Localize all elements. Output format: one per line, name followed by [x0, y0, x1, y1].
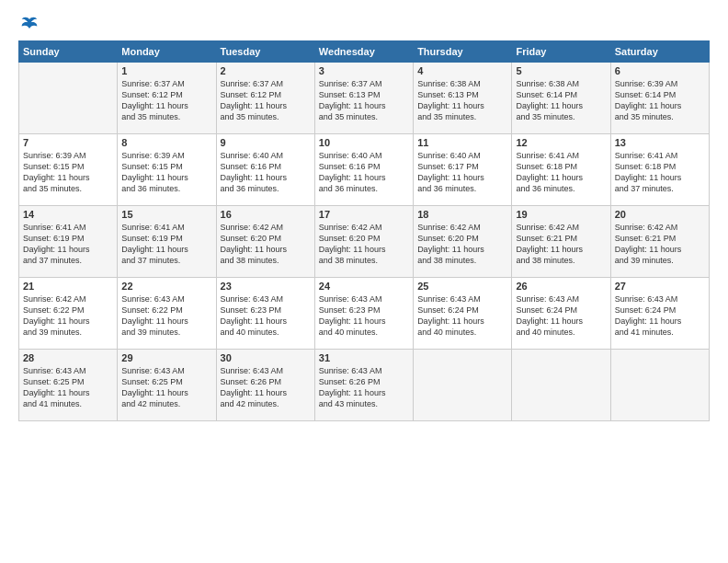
calendar-cell: 28Sunrise: 6:43 AM Sunset: 6:25 PM Dayli…	[19, 350, 118, 421]
day-number: 15	[121, 209, 211, 220]
cell-info: Sunrise: 6:42 AM Sunset: 6:20 PM Dayligh…	[417, 222, 507, 267]
day-number: 30	[221, 352, 311, 363]
day-number: 27	[615, 281, 705, 292]
logo-bird-icon	[20, 15, 39, 33]
header-row: SundayMondayTuesdayWednesdayThursdayFrid…	[19, 41, 710, 63]
calendar-cell	[512, 350, 610, 421]
week-row-4: 21Sunrise: 6:42 AM Sunset: 6:22 PM Dayli…	[19, 278, 710, 350]
header-day-wednesday: Wednesday	[314, 41, 413, 63]
day-number: 12	[516, 137, 606, 148]
day-number: 20	[615, 209, 705, 220]
cell-info: Sunrise: 6:43 AM Sunset: 6:23 PM Dayligh…	[319, 293, 409, 339]
calendar-cell: 31Sunrise: 6:43 AM Sunset: 6:26 PM Dayli…	[314, 350, 413, 421]
day-number: 29	[121, 352, 211, 363]
calendar-cell: 25Sunrise: 6:43 AM Sunset: 6:24 PM Dayli…	[414, 278, 512, 350]
cell-info: Sunrise: 6:41 AM Sunset: 6:18 PM Dayligh…	[516, 150, 606, 195]
cell-info: Sunrise: 6:40 AM Sunset: 6:17 PM Dayligh…	[417, 150, 507, 195]
day-number: 31	[319, 352, 409, 363]
cell-info: Sunrise: 6:41 AM Sunset: 6:19 PM Dayligh…	[121, 222, 211, 267]
cell-info: Sunrise: 6:39 AM Sunset: 6:15 PM Dayligh…	[121, 150, 211, 195]
calendar-cell: 3Sunrise: 6:37 AM Sunset: 6:13 PM Daylig…	[314, 63, 413, 134]
cell-info: Sunrise: 6:43 AM Sunset: 6:22 PM Dayligh…	[121, 293, 211, 339]
calendar-cell: 23Sunrise: 6:43 AM Sunset: 6:23 PM Dayli…	[216, 278, 314, 350]
week-row-3: 14Sunrise: 6:41 AM Sunset: 6:19 PM Dayli…	[19, 206, 710, 278]
header-day-saturday: Saturday	[610, 41, 709, 63]
header-day-friday: Friday	[512, 41, 610, 63]
calendar-cell: 16Sunrise: 6:42 AM Sunset: 6:20 PM Dayli…	[216, 206, 314, 278]
header	[18, 15, 710, 33]
logo	[18, 15, 39, 33]
cell-info: Sunrise: 6:43 AM Sunset: 6:24 PM Dayligh…	[615, 293, 705, 339]
cell-info: Sunrise: 6:41 AM Sunset: 6:18 PM Dayligh…	[615, 150, 705, 195]
header-day-monday: Monday	[118, 41, 216, 63]
cell-info: Sunrise: 6:37 AM Sunset: 6:13 PM Dayligh…	[319, 78, 409, 123]
page: SundayMondayTuesdayWednesdayThursdayFrid…	[0, 0, 728, 563]
day-number: 9	[221, 137, 311, 148]
day-number: 11	[417, 137, 507, 148]
day-number: 10	[319, 137, 409, 148]
cell-info: Sunrise: 6:43 AM Sunset: 6:25 PM Dayligh…	[23, 365, 113, 410]
calendar-cell: 29Sunrise: 6:43 AM Sunset: 6:25 PM Dayli…	[118, 350, 216, 421]
day-number: 3	[319, 65, 409, 76]
day-number: 28	[23, 352, 113, 363]
calendar-cell: 18Sunrise: 6:42 AM Sunset: 6:20 PM Dayli…	[414, 206, 512, 278]
calendar-cell: 15Sunrise: 6:41 AM Sunset: 6:19 PM Dayli…	[118, 206, 216, 278]
calendar-cell: 12Sunrise: 6:41 AM Sunset: 6:18 PM Dayli…	[512, 134, 610, 206]
cell-info: Sunrise: 6:41 AM Sunset: 6:19 PM Dayligh…	[23, 222, 113, 267]
day-number: 2	[221, 65, 311, 76]
day-number: 16	[221, 209, 311, 220]
cell-info: Sunrise: 6:42 AM Sunset: 6:21 PM Dayligh…	[516, 222, 606, 267]
day-number: 23	[221, 281, 311, 292]
day-number: 14	[23, 209, 113, 220]
calendar-table: SundayMondayTuesdayWednesdayThursdayFrid…	[18, 40, 710, 421]
calendar-cell: 2Sunrise: 6:37 AM Sunset: 6:12 PM Daylig…	[216, 63, 314, 134]
day-number: 22	[121, 281, 211, 292]
week-row-1: 1Sunrise: 6:37 AM Sunset: 6:12 PM Daylig…	[19, 63, 710, 134]
day-number: 6	[615, 65, 705, 76]
calendar-cell: 17Sunrise: 6:42 AM Sunset: 6:20 PM Dayli…	[314, 206, 413, 278]
calendar-cell: 11Sunrise: 6:40 AM Sunset: 6:17 PM Dayli…	[414, 134, 512, 206]
calendar-cell: 30Sunrise: 6:43 AM Sunset: 6:26 PM Dayli…	[216, 350, 314, 421]
cell-info: Sunrise: 6:40 AM Sunset: 6:16 PM Dayligh…	[319, 150, 409, 195]
calendar-cell: 14Sunrise: 6:41 AM Sunset: 6:19 PM Dayli…	[19, 206, 118, 278]
day-number: 4	[417, 65, 507, 76]
calendar-cell	[610, 350, 709, 421]
day-number: 18	[417, 209, 507, 220]
cell-info: Sunrise: 6:43 AM Sunset: 6:24 PM Dayligh…	[417, 293, 507, 339]
day-number: 19	[516, 209, 606, 220]
header-day-tuesday: Tuesday	[216, 41, 314, 63]
calendar-cell: 9Sunrise: 6:40 AM Sunset: 6:16 PM Daylig…	[216, 134, 314, 206]
day-number: 1	[121, 65, 211, 76]
cell-info: Sunrise: 6:39 AM Sunset: 6:15 PM Dayligh…	[23, 150, 113, 195]
day-number: 5	[516, 65, 606, 76]
calendar-cell: 13Sunrise: 6:41 AM Sunset: 6:18 PM Dayli…	[610, 134, 709, 206]
day-number: 26	[516, 281, 606, 292]
calendar-cell	[414, 350, 512, 421]
day-number: 17	[319, 209, 409, 220]
day-number: 7	[23, 137, 113, 148]
day-number: 25	[417, 281, 507, 292]
cell-info: Sunrise: 6:43 AM Sunset: 6:25 PM Dayligh…	[121, 365, 211, 410]
cell-info: Sunrise: 6:38 AM Sunset: 6:13 PM Dayligh…	[417, 78, 507, 123]
calendar-cell: 22Sunrise: 6:43 AM Sunset: 6:22 PM Dayli…	[118, 278, 216, 350]
cell-info: Sunrise: 6:38 AM Sunset: 6:14 PM Dayligh…	[516, 78, 606, 123]
day-number: 24	[319, 281, 409, 292]
calendar-cell: 6Sunrise: 6:39 AM Sunset: 6:14 PM Daylig…	[610, 63, 709, 134]
calendar-cell: 20Sunrise: 6:42 AM Sunset: 6:21 PM Dayli…	[610, 206, 709, 278]
cell-info: Sunrise: 6:42 AM Sunset: 6:22 PM Dayligh…	[23, 293, 113, 339]
cell-info: Sunrise: 6:43 AM Sunset: 6:24 PM Dayligh…	[516, 293, 606, 339]
calendar-cell: 10Sunrise: 6:40 AM Sunset: 6:16 PM Dayli…	[314, 134, 413, 206]
day-number: 8	[121, 137, 211, 148]
day-number: 13	[615, 137, 705, 148]
calendar-cell	[19, 63, 118, 134]
day-number: 21	[23, 281, 113, 292]
cell-info: Sunrise: 6:37 AM Sunset: 6:12 PM Dayligh…	[121, 78, 211, 123]
week-row-2: 7Sunrise: 6:39 AM Sunset: 6:15 PM Daylig…	[19, 134, 710, 206]
calendar-cell: 5Sunrise: 6:38 AM Sunset: 6:14 PM Daylig…	[512, 63, 610, 134]
calendar-cell: 7Sunrise: 6:39 AM Sunset: 6:15 PM Daylig…	[19, 134, 118, 206]
calendar-cell: 27Sunrise: 6:43 AM Sunset: 6:24 PM Dayli…	[610, 278, 709, 350]
calendar-cell: 24Sunrise: 6:43 AM Sunset: 6:23 PM Dayli…	[314, 278, 413, 350]
calendar-cell: 19Sunrise: 6:42 AM Sunset: 6:21 PM Dayli…	[512, 206, 610, 278]
cell-info: Sunrise: 6:37 AM Sunset: 6:12 PM Dayligh…	[221, 78, 311, 123]
calendar-cell: 8Sunrise: 6:39 AM Sunset: 6:15 PM Daylig…	[118, 134, 216, 206]
